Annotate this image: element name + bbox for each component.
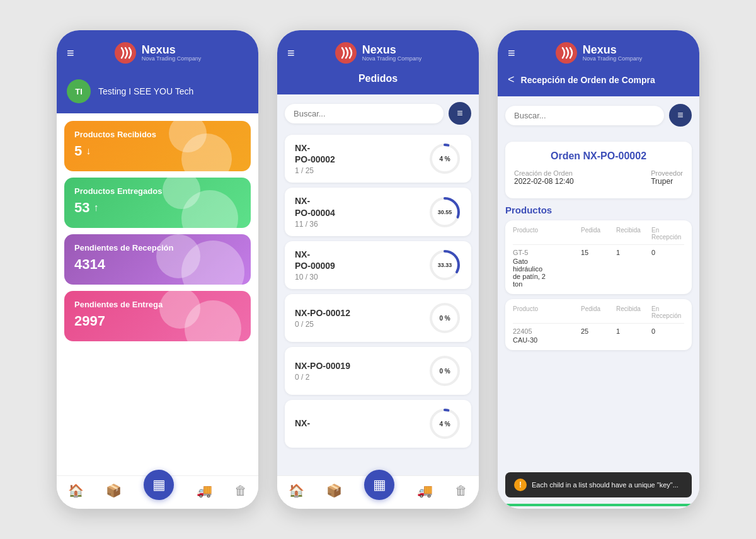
screen2-nav-qr[interactable]: ▦ (364, 470, 394, 500)
order-id-1: NX-PO-00002 (295, 142, 335, 165)
stats-cards-area: Productos Recibidos 5 ↓ Productos Entreg… (57, 113, 258, 475)
brand-name: Nexus (142, 44, 202, 55)
screen3-brand-subtitle: Nova Trading Company (583, 55, 643, 62)
order-detail-card: Orden NX-PO-00002 Creación de Orden 2022… (505, 142, 692, 198)
order-qty-5: 0 / 2 (295, 373, 350, 382)
provider-label: Proveedor (651, 169, 683, 177)
order-qty-4: 0 / 25 (295, 320, 350, 329)
screen2-brand-subtitle: Nova Trading Company (362, 55, 422, 62)
order-percent-1: 4 % (439, 156, 450, 162)
bottom-nav: 🏠 📦 ▦ 🚚 🗑 (57, 475, 258, 509)
product-row-2: 22405 CAU-30 25 1 0 (513, 327, 684, 344)
screen2-menu-icon[interactable]: ≡ (287, 46, 295, 60)
screen3-logo-icon (555, 42, 578, 64)
screen3-logo-text: Nexus Nova Trading Company (583, 44, 643, 62)
screen3-title-bar: < Recepción de Orden de Compra (498, 73, 699, 96)
product-card-1: Producto Pedida Recibida En Recepción GT… (505, 220, 692, 294)
order-card-5[interactable]: NX-PO-00019 0 / 2 0 % (285, 347, 471, 395)
nav-packages[interactable]: 📦 (106, 483, 122, 499)
product-code-1: GT-5 (513, 249, 578, 256)
product-card-2: Producto Pedida Recibida En Recepción 22… (505, 299, 692, 350)
screen3-title: Recepción de Orden de Compra (521, 75, 655, 85)
creation-value: 2022-02-08 12:40 (514, 177, 574, 186)
order-card-2[interactable]: NX-PO-00004 11 / 36 30.55 (285, 188, 471, 235)
card-value-received: 5 ↓ (74, 143, 241, 159)
svg-point-0 (115, 42, 136, 64)
card-title-received: Productos Recibidos (74, 130, 241, 139)
order-info-4: NX-PO-00012 0 / 25 (295, 307, 350, 329)
screen2-nav-packages[interactable]: 📦 (326, 483, 342, 499)
col-enrecepcion-1: En Recepción (651, 227, 684, 241)
user-name: Testing I SEE YOU Tech (98, 86, 193, 96)
order-qty-1: 1 / 25 (295, 166, 335, 175)
screen2-package-icon: 📦 (326, 483, 342, 498)
filter-button[interactable]: ≡ (449, 102, 471, 125)
order-card-3[interactable]: NX-PO-00009 10 / 30 33.33 (285, 241, 471, 289)
user-avatar: TI (67, 79, 91, 103)
nav-delivery[interactable]: 🚚 (197, 483, 212, 499)
stat-card-pending-delivery[interactable]: Pendientes de Entrega 2997 (64, 291, 251, 341)
product-enrecepcion-1: 0 (651, 249, 684, 288)
order-id-3: NX-PO-00009 (295, 249, 335, 271)
product-pedida-1: 15 (581, 249, 614, 288)
order-card-1[interactable]: NX-PO-00002 1 / 25 4 % (285, 135, 471, 183)
stat-card-pending-reception[interactable]: Pendientes de Recepción 4314 (64, 234, 251, 285)
order-info-5: NX-PO-00019 0 / 2 (295, 360, 350, 382)
product-pedida-2: 25 (581, 327, 614, 344)
menu-icon[interactable]: ≡ (67, 46, 74, 60)
order-progress-5: 0 % (428, 355, 461, 387)
card-title-pending-delivery: Pendientes de Entrega (74, 300, 241, 309)
product-recibida-1: 1 (616, 249, 649, 288)
back-button[interactable]: < (508, 73, 515, 86)
col-enrecepcion-2: En Recepción (651, 305, 684, 319)
qr-icon: ▦ (152, 477, 166, 493)
col-pedida-1: Pedida (581, 227, 614, 241)
arrow-up-icon: ↑ (93, 202, 98, 213)
order-info-3: NX-PO-00009 10 / 30 (295, 249, 335, 281)
screen2-home-icon: 🏠 (289, 483, 304, 498)
package-icon: 📦 (106, 483, 122, 498)
screen2-qr-icon: ▦ (373, 477, 386, 493)
screen3-content: Orden NX-PO-00002 Creación de Orden 2022… (498, 134, 699, 472)
screen2-nav-home[interactable]: 🏠 (289, 483, 304, 499)
order-card-6[interactable]: NX- 4 % (285, 400, 471, 448)
creation-pair: Creación de Orden 2022-02-08 12:40 (514, 169, 574, 186)
provider-value: Truper (651, 177, 683, 186)
screen2-bottom-nav: 🏠 📦 ▦ 🚚 🗑 (277, 475, 479, 509)
toast-text: Each child in a list should have a uniqu… (532, 481, 679, 489)
stat-card-delivered[interactable]: Productos Entregados 53 ↑ (64, 178, 251, 228)
nav-trash[interactable]: 🗑 (234, 484, 247, 499)
screen2-trash-icon: 🗑 (455, 484, 467, 498)
screen2-nav-trash[interactable]: 🗑 (455, 484, 467, 499)
screen3-search-input[interactable] (505, 106, 664, 125)
screen3-body: ≡ Orden NX-PO-00002 Creación de Orden 20… (498, 96, 699, 509)
order-qty-2: 11 / 36 (295, 220, 335, 229)
screen2-truck-icon: 🚚 (417, 483, 433, 498)
svg-point-1 (335, 42, 357, 64)
order-progress-6: 4 % (428, 407, 461, 440)
screen2-logo-icon (335, 42, 357, 64)
nav-home[interactable]: 🏠 (68, 483, 84, 499)
screen3-menu-icon[interactable]: ≡ (508, 46, 515, 60)
product-recibida-2: 1 (616, 327, 649, 344)
filter-icon: ≡ (457, 108, 462, 119)
product-name-cell-1: GT-5 Gatohidráulicode patín, 2ton (513, 249, 578, 288)
screen3-filter-button[interactable]: ≡ (669, 104, 692, 127)
stat-card-received[interactable]: Productos Recibidos 5 ↓ (64, 121, 251, 171)
order-card-4[interactable]: NX-PO-00012 0 / 25 0 % (285, 294, 471, 342)
product-table-header-2: Producto Pedida Recibida En Recepción (513, 305, 684, 324)
order-percent-2: 30.55 (438, 209, 452, 215)
screen2-nav-delivery[interactable]: 🚚 (417, 483, 433, 499)
arrow-down-icon: ↓ (86, 145, 91, 157)
search-input[interactable] (285, 104, 444, 123)
logo: Nexus Nova Trading Company (114, 42, 202, 64)
truck-icon: 🚚 (197, 483, 212, 498)
order-info-2: NX-PO-00004 11 / 36 (295, 195, 335, 228)
order-info-6: NX- (295, 417, 310, 430)
screen3-filter-icon: ≡ (677, 110, 683, 121)
home-icon: 🏠 (68, 483, 84, 498)
productos-title: Productos (505, 205, 692, 215)
nav-qr[interactable]: ▦ (144, 470, 174, 500)
product-table-header-1: Producto Pedida Recibida En Recepción (513, 227, 684, 245)
screen2-brand-name: Nexus (362, 44, 422, 55)
